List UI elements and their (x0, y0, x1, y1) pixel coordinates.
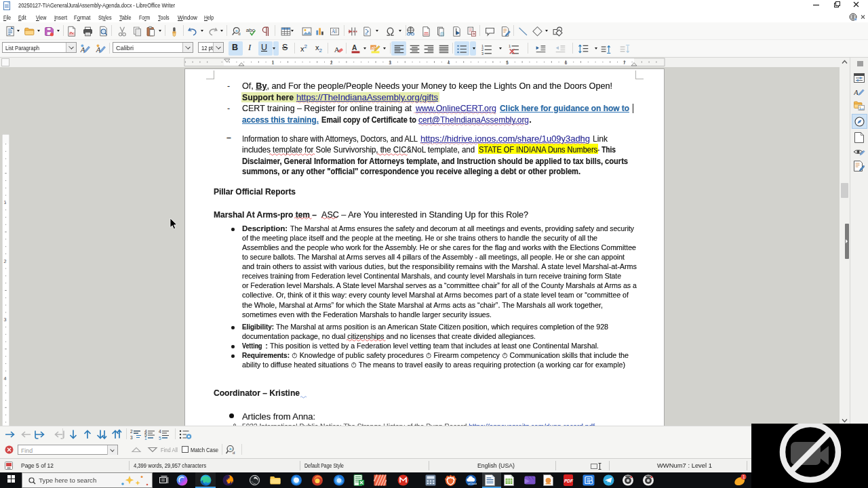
svg-text:A: A (854, 88, 859, 96)
svg-text:5: 5 (159, 436, 161, 441)
svg-text:1: 1 (144, 436, 147, 441)
svg-text:PDF: PDF (564, 479, 574, 483)
svg-text:2: 2 (130, 429, 133, 434)
svg-text:d: d (233, 451, 235, 455)
svg-text:4: 4 (159, 429, 161, 434)
svg-text:1: 1 (743, 474, 745, 479)
svg-text:a: a (229, 447, 232, 451)
svg-text:pCloud: pCloud (469, 482, 477, 485)
svg-text:3: 3 (130, 435, 133, 440)
